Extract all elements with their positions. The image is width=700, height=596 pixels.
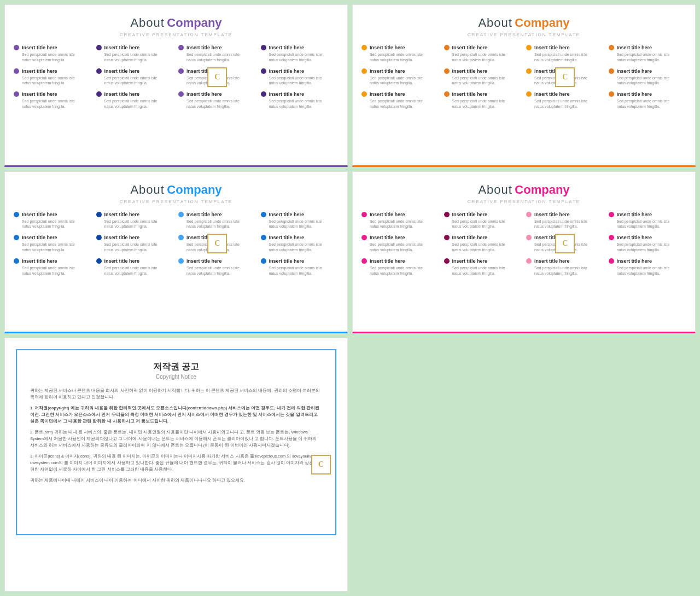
list-item: Insert title here Sed perspiciati unde o…: [96, 258, 174, 276]
bullet-dot: [444, 68, 450, 74]
slide-subtitle-2: Creative presentation template: [361, 32, 686, 37]
list-item: Insert title here Sed perspiciati unde o…: [444, 212, 522, 230]
slide-title-orange: About Company: [361, 16, 686, 30]
bullet-dot: [609, 91, 614, 97]
slide-title-purple: About Company: [14, 16, 339, 30]
bullet-dot: [609, 235, 614, 240]
list-item: Insert title here Sed perspiciati unde o…: [444, 68, 522, 86]
bullet-dot: [261, 235, 266, 240]
bullet-dot: [444, 235, 450, 240]
list-item: Insert title here Sed perspiciati unde o…: [361, 212, 440, 230]
list-item: Insert title here Sed perspiciati unde o…: [444, 45, 522, 63]
bullet-dot: [361, 258, 367, 264]
copyright-para-3: 2. 폰트(font) 귀하는 내내 된 서비스의, 좋은 폰트는, 내이면 사…: [30, 429, 322, 449]
list-item: Insert title here Sed perspiciati unde o…: [178, 45, 256, 63]
list-item: Insert title here Sed perspiciati unde o…: [261, 212, 339, 230]
list-item: C Insert title here Sed perspiciati unde…: [178, 68, 256, 86]
center-logo: C: [207, 67, 227, 87]
list-item: Insert title here Sed perspiciati unde o…: [609, 91, 687, 109]
copyright-title-english: Copyright Notice: [30, 374, 322, 380]
bullet-dot: [96, 68, 102, 74]
center-logo: C: [555, 234, 575, 253]
list-item: Insert title here Sed perspiciati unde o…: [261, 91, 339, 109]
copyright-center-logo: C: [311, 455, 331, 475]
list-item: Insert title here Sed perspiciati unde o…: [526, 91, 604, 109]
bullet-dot: [361, 91, 367, 97]
list-item: C Insert title here Sed perspiciati unde…: [178, 235, 256, 253]
bullet-dot: [609, 212, 614, 217]
list-item: C Insert title here Sed perspiciati unde…: [526, 68, 604, 86]
items-grid-1: Insert title here Sed perspiciati unde o…: [14, 45, 339, 109]
bullet-dot: [526, 212, 532, 217]
bullet-dot: [14, 258, 19, 264]
copyright-slide: 저작권 공고 Copyright Notice 귀하는 제공된 서비스나 콘텐츠…: [4, 338, 348, 592]
list-item: Insert title here Sed perspiciati unde o…: [444, 235, 522, 253]
list-item: Insert title here Sed perspiciati unde o…: [526, 45, 604, 63]
list-item: Insert title here Sed perspiciati unde o…: [526, 258, 604, 276]
list-item: C Insert title here Sed perspiciati unde…: [526, 235, 604, 253]
bullet-dot: [96, 235, 102, 240]
bullet-dot: [361, 45, 367, 50]
bullet-dot: [526, 91, 532, 97]
bullet-dot: [444, 212, 450, 217]
bullet-dot: [526, 45, 532, 50]
about-text-4: About: [478, 183, 512, 196]
list-item: Insert title here Sed perspiciati unde o…: [14, 258, 92, 276]
items-grid-2: Insert title here Sed perspiciati unde o…: [361, 45, 686, 109]
bullet-dot: [96, 212, 102, 217]
slide-subtitle-3: Creative presentation template: [14, 199, 339, 204]
list-item: Insert title here Sed perspiciati unde o…: [261, 68, 339, 86]
list-item: Insert title here Sed perspiciati unde o…: [14, 212, 92, 230]
bullet-dot: [444, 258, 450, 264]
copyright-para-5: 귀하는 제품에나이대 내에이 서비스이 내이 이용하여 어디에서 사이한 귀하의…: [30, 477, 322, 484]
bullet-dot: [609, 258, 614, 264]
list-item: Insert title here Sed perspiciati unde o…: [261, 235, 339, 253]
items-grid-4: Insert title here Sed perspiciati unde o…: [361, 212, 686, 276]
slide-title-blue: About Company: [14, 183, 339, 197]
bullet-dot: [178, 212, 184, 217]
bullet-dot: [609, 45, 614, 50]
copyright-body: 귀하는 제공된 서비스나 콘텐츠 내용을 회사의 사전허락 없이 이용하기 시작…: [30, 387, 322, 484]
list-item: Insert title here Sed perspiciati unde o…: [444, 91, 522, 109]
list-item: Insert title here Sed perspiciati unde o…: [178, 91, 256, 109]
slide-orange: About Company Creative presentation temp…: [352, 4, 696, 167]
list-item: Insert title here Sed perspiciati unde o…: [609, 45, 687, 63]
about-text-3: About: [130, 183, 165, 196]
empty-cell: [352, 338, 696, 592]
list-item: Insert title here Sed perspiciati unde o…: [14, 235, 92, 253]
about-text-2: About: [478, 16, 512, 30]
company-text-3: Company: [167, 183, 221, 196]
slide-purple: About Company Creative presentation temp…: [4, 4, 348, 167]
items-grid-3: Insert title here Sed perspiciati unde o…: [14, 212, 339, 276]
copyright-box: 저작권 공고 Copyright Notice 귀하는 제공된 서비스나 콘텐츠…: [16, 349, 336, 535]
copyright-para-4: 3. 아이콘(icons) & 이미지(icons). 귀하의 내용 된 이미지…: [30, 453, 322, 473]
center-logo: C: [207, 234, 227, 253]
bullet-dot: [178, 258, 184, 264]
copyright-title-korean: 저작권 공고: [30, 361, 322, 373]
list-item: Insert title here Sed perspiciati unde o…: [96, 91, 174, 109]
list-item: Insert title here Sed perspiciati unde o…: [178, 258, 256, 276]
bullet-dot: [178, 235, 184, 240]
bullet-dot: [14, 235, 19, 240]
list-item: Insert title here Sed perspiciati unde o…: [526, 212, 604, 230]
bullet-dot: [14, 68, 19, 74]
slide-blue: About Company Creative presentation temp…: [4, 171, 348, 334]
slide-subtitle-1: Creative presentation template: [14, 32, 339, 37]
about-text-1: About: [130, 16, 165, 30]
list-item: Insert title here Sed perspiciati unde o…: [14, 91, 92, 109]
company-text-2: Company: [515, 16, 569, 30]
bullet-dot: [526, 68, 532, 74]
company-text-4: Company: [515, 183, 569, 196]
list-item: Insert title here Sed perspiciati unde o…: [361, 235, 440, 253]
bullet-dot: [96, 91, 102, 97]
list-item: Insert title here Sed perspiciati unde o…: [361, 258, 440, 276]
company-text-1: Company: [167, 16, 221, 30]
list-item: Insert title here Sed perspiciati unde o…: [96, 212, 174, 230]
center-logo: C: [555, 67, 575, 87]
bullet-dot: [444, 91, 450, 97]
list-item: Insert title here Sed perspiciati unde o…: [261, 45, 339, 63]
list-item: Insert title here Sed perspiciati unde o…: [14, 45, 92, 63]
copyright-para-1: 귀하는 제공된 서비스나 콘텐츠 내용을 회사의 사전허락 없이 이용하기 시작…: [30, 387, 322, 401]
bullet-dot: [178, 91, 184, 97]
list-item: Insert title here Sed perspiciati unde o…: [361, 68, 440, 86]
